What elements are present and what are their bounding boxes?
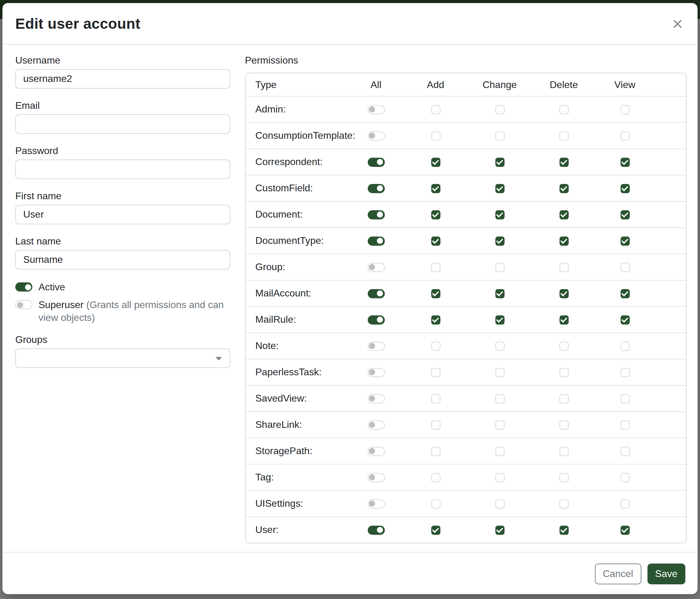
permission-view-checkbox[interactable] [620, 131, 629, 140]
permission-view-checkbox[interactable] [620, 210, 629, 219]
permission-change-checkbox[interactable] [495, 394, 504, 403]
last-name-field[interactable] [15, 250, 230, 269]
permission-delete-checkbox[interactable] [559, 341, 568, 351]
permission-delete-checkbox[interactable] [559, 447, 568, 456]
permission-all-toggle[interactable] [368, 420, 384, 429]
superuser-toggle[interactable] [15, 300, 32, 309]
permission-add-checkbox[interactable] [431, 210, 440, 219]
permission-delete-checkbox[interactable] [559, 525, 568, 534]
permission-all-toggle[interactable] [368, 499, 384, 508]
permission-all-toggle[interactable] [368, 473, 384, 482]
permission-delete-checkbox[interactable] [559, 420, 568, 429]
toggle-knob [377, 317, 383, 323]
permission-all-toggle[interactable] [368, 131, 384, 140]
permission-add-checkbox[interactable] [431, 525, 440, 534]
first-name-field[interactable] [15, 205, 230, 224]
permission-add-checkbox[interactable] [431, 131, 440, 140]
permission-view-checkbox[interactable] [620, 315, 629, 324]
username-field[interactable] [15, 69, 230, 89]
permission-add-checkbox[interactable] [431, 184, 440, 193]
permission-view-checkbox[interactable] [620, 158, 629, 167]
permission-add-checkbox[interactable] [431, 341, 440, 351]
permission-view-checkbox[interactable] [620, 499, 629, 508]
permission-all-toggle[interactable] [368, 525, 384, 534]
permission-delete-checkbox[interactable] [559, 394, 568, 403]
permission-delete-checkbox[interactable] [559, 289, 568, 298]
close-button[interactable]: × [670, 14, 685, 33]
permission-all-toggle[interactable] [368, 315, 384, 324]
permission-delete-checkbox[interactable] [559, 263, 568, 272]
permission-change-checkbox[interactable] [495, 447, 504, 456]
permission-add-checkbox[interactable] [431, 263, 440, 272]
permission-all-toggle[interactable] [368, 289, 384, 298]
permission-add-checkbox[interactable] [431, 368, 440, 377]
permission-change-checkbox[interactable] [495, 368, 504, 377]
permission-view-checkbox[interactable] [620, 289, 629, 298]
permission-view-checkbox[interactable] [620, 420, 629, 429]
permission-delete-checkbox[interactable] [559, 210, 568, 219]
active-toggle[interactable] [15, 282, 32, 291]
permission-all-toggle[interactable] [368, 158, 384, 167]
permission-change-checkbox[interactable] [495, 341, 504, 351]
permission-view-checkbox[interactable] [620, 341, 629, 351]
permission-add-checkbox[interactable] [431, 473, 440, 482]
permission-change-checkbox[interactable] [495, 263, 504, 272]
permission-change-checkbox[interactable] [495, 184, 504, 193]
permission-view-checkbox[interactable] [620, 525, 629, 534]
permission-change-checkbox[interactable] [495, 105, 504, 114]
permission-change-checkbox[interactable] [495, 236, 504, 245]
permission-delete-checkbox[interactable] [559, 236, 568, 245]
permission-view-checkbox[interactable] [620, 473, 629, 482]
permission-delete-checkbox[interactable] [559, 105, 568, 114]
permission-delete-checkbox[interactable] [559, 499, 568, 508]
permission-add-checkbox[interactable] [431, 236, 440, 245]
permission-all-toggle[interactable] [368, 341, 384, 351]
permission-change-checkbox[interactable] [495, 210, 504, 219]
permission-view-checkbox[interactable] [620, 263, 629, 272]
permission-delete-checkbox[interactable] [559, 473, 568, 482]
permission-delete-checkbox[interactable] [559, 315, 568, 324]
permission-change-checkbox[interactable] [495, 315, 504, 324]
permission-all-toggle[interactable] [368, 105, 384, 114]
cancel-button[interactable]: Cancel [595, 564, 641, 584]
permission-add-checkbox[interactable] [431, 158, 440, 167]
permission-change-checkbox[interactable] [495, 473, 504, 482]
permission-change-checkbox[interactable] [495, 499, 504, 508]
modal-header: Edit user account × [2, 3, 698, 45]
permission-all-toggle[interactable] [368, 394, 384, 403]
permission-change-checkbox[interactable] [495, 525, 504, 534]
permission-delete-checkbox[interactable] [559, 184, 568, 193]
permission-view-checkbox[interactable] [620, 394, 629, 403]
groups-select[interactable] [15, 349, 230, 368]
permission-view-checkbox[interactable] [620, 447, 629, 456]
permission-add-checkbox[interactable] [431, 420, 440, 429]
permission-view-checkbox[interactable] [620, 184, 629, 193]
permission-all-toggle[interactable] [368, 210, 384, 219]
permission-add-checkbox[interactable] [431, 315, 440, 324]
permission-delete-checkbox[interactable] [559, 158, 568, 167]
permission-add-checkbox[interactable] [431, 447, 440, 456]
permission-all-toggle[interactable] [368, 263, 384, 272]
permission-delete-checkbox[interactable] [559, 131, 568, 140]
password-field[interactable] [15, 160, 230, 179]
permission-all-toggle[interactable] [368, 236, 384, 245]
permission-all-toggle[interactable] [368, 368, 384, 377]
save-button[interactable]: Save [647, 564, 685, 584]
permission-delete-checkbox[interactable] [559, 368, 568, 377]
toggle-knob [369, 343, 375, 349]
email-field[interactable] [15, 114, 230, 134]
permission-add-checkbox[interactable] [431, 289, 440, 298]
toggle-knob [377, 159, 383, 165]
permission-change-checkbox[interactable] [495, 158, 504, 167]
permission-change-checkbox[interactable] [495, 420, 504, 429]
permission-view-checkbox[interactable] [620, 368, 629, 377]
permission-add-checkbox[interactable] [431, 394, 440, 403]
permission-change-checkbox[interactable] [495, 289, 504, 298]
permission-all-toggle[interactable] [368, 184, 384, 193]
permission-view-checkbox[interactable] [620, 105, 629, 114]
permission-add-checkbox[interactable] [431, 499, 440, 508]
permission-add-checkbox[interactable] [431, 105, 440, 114]
permission-all-toggle[interactable] [368, 447, 384, 456]
permission-change-checkbox[interactable] [495, 131, 504, 140]
permission-view-checkbox[interactable] [620, 236, 629, 245]
